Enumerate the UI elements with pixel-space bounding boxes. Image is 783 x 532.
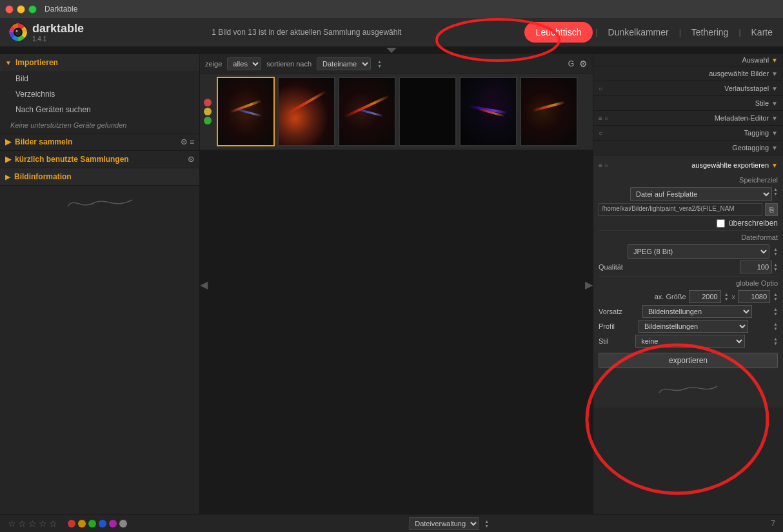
minimize-button[interactable] [17, 5, 25, 14]
metadaten-item[interactable]: ≡ ○ Metadaten-Editor ▼ [593, 111, 783, 125]
quality-label: Qualität [599, 263, 623, 271]
star-2[interactable]: ☆ [18, 518, 26, 529]
arrow-down-sort[interactable]: ▼ [377, 64, 382, 68]
top-panel-arrow[interactable] [0, 46, 783, 54]
width-up[interactable]: ▲ [724, 292, 729, 297]
stil-select[interactable]: keine [635, 335, 745, 348]
sidebar-item-bild[interactable]: Bild [0, 71, 199, 86]
vorsatz-up[interactable]: ▲ [773, 307, 778, 311]
max-width-input[interactable]: 2000 [689, 290, 721, 303]
global-options-label: globale Optio [599, 276, 778, 288]
vorsatz-down[interactable]: ▼ [773, 311, 778, 316]
width-down[interactable]: ▼ [724, 297, 729, 301]
height-down[interactable]: ▼ [773, 297, 778, 301]
tab-leuchttisch[interactable]: Leuchttisch [524, 22, 593, 43]
color-dot-red[interactable] [68, 520, 75, 527]
color-dot-blue[interactable] [99, 520, 106, 527]
format-arrow-down[interactable]: ▼ [773, 251, 778, 256]
export-header[interactable]: ≡ ○ ausgewählte exportieren ▼ [593, 158, 783, 172]
arrow-up-sort[interactable]: ▲ [377, 59, 382, 64]
color-dot-orange[interactable] [78, 520, 86, 527]
thumbnail-1[interactable] [217, 77, 275, 146]
mode-arrow-down[interactable]: ▼ [484, 524, 489, 528]
ausgewaehlte-bilder-item[interactable]: ausgewählte Bilder ▼ [593, 66, 783, 81]
format-select[interactable]: JPEG (8 Bit) [628, 244, 769, 259]
vorsatz-select[interactable]: Bildeinstellungen [642, 305, 752, 318]
thumbnail-4[interactable] [399, 77, 457, 146]
mode-arrow-up[interactable]: ▲ [484, 519, 489, 524]
right-panel-toggle[interactable]: ▶ [585, 278, 593, 290]
file-path-copy-button[interactable]: ⎘ [765, 203, 778, 216]
section-bilder-sammeln-header[interactable]: ▶ Bilder sammeln ⊙ ≡ [0, 133, 199, 150]
color-dot-grey[interactable] [119, 520, 127, 527]
star-3[interactable]: ☆ [28, 518, 37, 529]
geotagging-label: Geotagging [732, 144, 769, 152]
filmstrip-settings-button[interactable]: ⚙ [579, 59, 588, 69]
sort-arrows[interactable]: ▲ ▼ [377, 59, 382, 68]
geotagging-item[interactable]: Geotagging ▼ [593, 141, 783, 155]
profil-down[interactable]: ▼ [773, 326, 778, 331]
list-icon-export: ≡ [599, 162, 602, 169]
export-button[interactable]: exportieren [599, 353, 778, 368]
maximize-button[interactable] [28, 5, 37, 14]
format-arrow-up[interactable]: ▲ [773, 247, 778, 251]
overwrite-checkbox[interactable] [717, 219, 725, 228]
thumbnail-6[interactable] [520, 77, 578, 146]
max-height-input[interactable]: 1080 [738, 290, 770, 303]
star-5[interactable]: ☆ [49, 518, 57, 529]
stile-item[interactable]: Stile ▼ [593, 96, 783, 110]
section-tagging: ○ Tagging ▼ [593, 126, 783, 141]
expand-icon-meta: ▼ [771, 115, 778, 122]
filmstrip-bar: zeige alles sortieren nach Dateiname ▲ ▼… [200, 54, 593, 74]
sort-label: sortieren nach [266, 60, 312, 68]
section-bildinformation-header[interactable]: ▶ Bildinformation [0, 168, 199, 185]
tab-tethering[interactable]: Tethering [681, 18, 739, 46]
close-button[interactable] [5, 5, 14, 14]
filter-select[interactable]: alles [227, 57, 261, 70]
quality-arrow-down[interactable]: ▼ [773, 267, 778, 271]
sidebar-item-verzeichnis[interactable]: Verzeichnis [0, 86, 199, 102]
thumb-close-btn[interactable] [204, 99, 212, 106]
auswahl-row[interactable]: Auswahl ▼ [593, 54, 783, 66]
section-sammlungen-label: kürzlich benutzte Sammlungen [15, 155, 129, 164]
profil-up[interactable]: ▲ [773, 322, 778, 326]
star-1[interactable]: ☆ [8, 518, 16, 529]
auswahl-label: Auswahl [742, 56, 769, 64]
left-panel-toggle[interactable]: ◀ [200, 278, 208, 290]
image-count: 7 [771, 519, 775, 528]
g-button[interactable]: G [568, 59, 574, 68]
thumbnail-3[interactable] [338, 77, 396, 146]
sidebar-item-geraete[interactable]: Nach Geräten suchen [0, 102, 199, 117]
thumb-min-btn[interactable] [204, 108, 212, 115]
section-auswahl: Auswahl ▼ [593, 54, 783, 66]
thumbnail-5[interactable] [459, 77, 517, 146]
profil-label: Profil [599, 322, 615, 330]
profil-select[interactable]: Bildeinstellungen [639, 320, 748, 333]
mode-select[interactable]: Dateiverwaltung [409, 517, 479, 530]
tagging-item[interactable]: ○ Tagging ▼ [593, 126, 783, 140]
tab-dunkelkammer[interactable]: Dunkelkammer [598, 18, 679, 46]
titlebar: Darktable [0, 0, 783, 18]
stil-down[interactable]: ▼ [773, 341, 778, 346]
height-up[interactable]: ▲ [773, 292, 778, 297]
quality-input[interactable]: 100 [740, 261, 772, 273]
stil-up[interactable]: ▲ [773, 337, 778, 341]
verlaufsstapel-item[interactable]: ○ Verlaufsstapel ▼ [593, 81, 783, 95]
color-dot-green[interactable] [88, 520, 96, 527]
section-metadaten: ≡ ○ Metadaten-Editor ▼ [593, 111, 783, 126]
type-arrow-up[interactable]: ▲ [773, 187, 778, 192]
expand-icon-bilder: ▼ [771, 70, 778, 77]
section-sammlungen-header[interactable]: ▶ kürzlich benutzte Sammlungen ⊙ [0, 151, 199, 168]
thumbnail-2[interactable] [277, 77, 335, 146]
tab-karte[interactable]: Karte [741, 18, 783, 46]
color-dot-purple[interactable] [109, 520, 117, 527]
thumb-max-btn[interactable] [204, 117, 212, 124]
file-type-select[interactable]: Datei auf Festplatte [630, 187, 772, 201]
main-layout: ▼ Importieren Bild Verzeichnis Nach Gerä… [0, 54, 783, 514]
sort-select[interactable]: Dateiname [317, 57, 371, 70]
section-importieren-header[interactable]: ▼ Importieren [0, 54, 199, 71]
type-arrow-down[interactable]: ▼ [773, 192, 778, 196]
section-ausgewaehlte-bilder: ausgewählte Bilder ▼ [593, 66, 783, 81]
star-4[interactable]: ☆ [39, 518, 47, 529]
quality-arrow-up[interactable]: ▲ [773, 262, 778, 267]
